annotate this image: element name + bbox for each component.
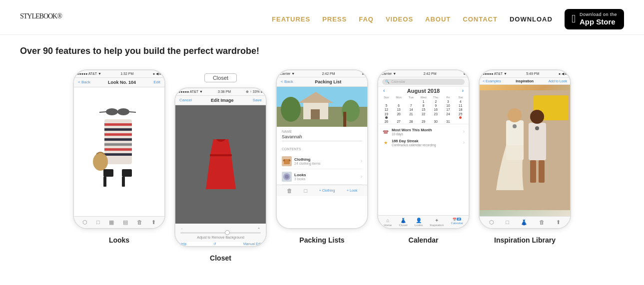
calendar-grid: Sun Mon Tue Wed Thu Fri Sat 1234 567 — [378, 96, 469, 124]
phone-screen-closet: ●●●●● AT&T ▼ 3:38 PM ⊕ ↑ 33% ■ Cancel Ed… — [175, 88, 266, 246]
stat2-chevron[interactable]: › — [463, 140, 465, 145]
toolbar-packing-2[interactable]: □ — [304, 188, 307, 194]
status-right-closet: ⊕ ↑ 33% ■ — [246, 90, 263, 94]
manual-edit-button[interactable]: Manual Edit — [243, 242, 262, 246]
toolbar-icon-3[interactable]: ▦ — [109, 219, 114, 226]
phone-looks: ●●●●● AT&T ▼ 1:32 PM ● ◀ ■ < Back Look N… — [73, 69, 165, 244]
red-dress-svg — [203, 137, 238, 192]
cal-search-placeholder[interactable]: Calendar — [391, 80, 405, 83]
title-packing: Packing List — [315, 79, 341, 84]
title-looks: Look No. 104 — [108, 80, 136, 85]
nav-faq[interactable]: FAQ — [359, 15, 374, 23]
status-time-insp: 5:49 PM — [526, 72, 539, 75]
save-closet[interactable]: Save — [253, 98, 262, 103]
svg-rect-7 — [104, 128, 132, 131]
status-bar-calendar: Carrier ▼ 2:42 PM ■ — [378, 70, 469, 77]
slider-thumb[interactable] — [225, 230, 230, 235]
slider-footer: Help ↺ Manual Edit — [175, 242, 266, 246]
svg-point-29 — [285, 175, 289, 179]
svg-line-2 — [99, 112, 106, 112]
inspiration-image — [480, 85, 570, 216]
app-store-button[interactable]:  Download on the App Store — [565, 9, 624, 29]
slider-plus[interactable]: + — [258, 227, 260, 230]
slider-label: Adjust to Remove Background — [180, 236, 261, 239]
back-looks[interactable]: < Back — [78, 80, 90, 84]
tab-calendar[interactable]: 📅 2 Calendar — [451, 218, 463, 227]
toolbar-insp-3[interactable]: 👗 — [521, 219, 528, 226]
contents-label: CONTENTS — [282, 147, 362, 153]
help-button[interactable]: Help — [179, 242, 186, 246]
clothing-icon — [282, 156, 292, 166]
logo-registered: ® — [57, 12, 62, 20]
svg-rect-11 — [104, 148, 132, 151]
phone-frame-inspiration: ●●●●● AT&T ▼ 5:49 PM ● ◀ ■ < Examples In… — [479, 69, 571, 229]
slider-minus[interactable]: - — [181, 227, 182, 230]
stat2-title: 166 Day Streak — [392, 139, 436, 143]
clothing-title: Clothing — [294, 157, 321, 162]
bottom-toolbar-inspiration: ⬡ □ 👗 🗑 ⬆ — [480, 216, 570, 228]
svg-rect-8 — [104, 133, 132, 136]
svg-rect-6 — [104, 123, 132, 126]
add-clothing-label: + Clothing — [319, 189, 335, 192]
toolbar-insp-1[interactable]: ⬡ — [489, 219, 494, 226]
contents-row-clothing[interactable]: Clothing 24 clothing items › — [282, 154, 362, 169]
stat1-sub: 10 days — [392, 132, 432, 136]
contents-row-looks[interactable]: Looks 3 looks › — [282, 169, 362, 185]
add-to-look-button[interactable]: Add to Look — [549, 79, 567, 83]
phone-label-packing: Packing Lists — [299, 236, 344, 244]
svg-line-3 — [129, 112, 136, 112]
star-stat-icon: ★ — [382, 139, 389, 146]
svg-point-13 — [93, 153, 108, 171]
svg-rect-17 — [122, 177, 125, 187]
toolbar-packing-1[interactable]: 🗑 — [287, 188, 292, 194]
main-nav: FEATURES PRESS FAQ VIDEOS ABOUT CONTACT … — [272, 9, 624, 29]
toolbar-icon-6[interactable]: ⬆ — [151, 219, 156, 226]
add-clothing-button[interactable]: + Clothing — [319, 188, 335, 194]
add-look-button[interactable]: + Look — [347, 188, 357, 194]
calendar-week-header: Sun Mon Tue Wed Thu Fri Sat — [380, 96, 467, 99]
nav-features[interactable]: FEATURES — [272, 15, 310, 23]
status-left-cal: Carrier ▼ — [381, 72, 396, 75]
name-value: Savannah — [282, 134, 362, 141]
phone-packing: Carrier ▼ 2:42 PM ■ < Back Packing List — [276, 69, 368, 244]
phone-screen-calendar: Carrier ▼ 2:42 PM ■ 🔍 Calendar ‹ August … — [378, 70, 469, 228]
nav-contact[interactable]: CONTACT — [463, 15, 498, 23]
svg-rect-9 — [104, 138, 132, 141]
add-look-label: + Look — [347, 189, 357, 192]
tab-inspiration[interactable]: ✦ Inspiration — [430, 218, 444, 227]
toolbar-icon-5[interactable]: 🗑 — [137, 219, 142, 225]
back-packing[interactable]: < Back — [281, 79, 293, 84]
nav-videos[interactable]: VIDEOS — [386, 15, 413, 23]
slider-track[interactable] — [180, 232, 261, 234]
clothing-sub: 24 clothing items — [294, 162, 321, 165]
toolbar-insp-5[interactable]: ⬆ — [556, 219, 561, 226]
looks-icon — [282, 172, 292, 182]
svg-rect-15 — [103, 177, 106, 187]
stat1-chevron[interactable]: › — [463, 129, 465, 134]
outfit-stat-icon — [382, 128, 389, 135]
svg-rect-10 — [104, 143, 132, 146]
svg-rect-39 — [530, 160, 536, 183]
closet-tab-label[interactable]: Closet — [204, 73, 237, 82]
home-tab-icon: ⌂ — [386, 218, 389, 223]
toolbar-icon-2[interactable]: □ — [96, 219, 100, 225]
toolbar-icon-1[interactable]: ⬡ — [82, 219, 87, 226]
prev-month-button[interactable]: ‹ — [383, 88, 385, 93]
toolbar-insp-2[interactable]: □ — [506, 219, 509, 225]
cancel-closet[interactable]: Cancel — [179, 98, 192, 103]
tab-home[interactable]: ⌂ Home — [384, 218, 392, 227]
nav-about[interactable]: ABOUT — [425, 15, 451, 23]
toolbar-icon-4[interactable]: ▤ — [123, 219, 128, 226]
status-left-closet: ●●●●● AT&T ▼ — [178, 90, 203, 93]
tab-closet[interactable]: 👗 Closet — [399, 218, 408, 227]
back-inspiration[interactable]: < Examples — [483, 79, 501, 83]
title-closet: Edit Image — [211, 98, 234, 103]
nav-download[interactable]: DOWNLOAD — [510, 15, 553, 23]
calendar-badge: 2 — [457, 218, 461, 221]
toolbar-insp-4[interactable]: 🗑 — [539, 219, 545, 225]
next-month-button[interactable]: › — [462, 88, 464, 93]
tab-looks[interactable]: 👤 Looks — [415, 218, 423, 227]
nav-press[interactable]: PRESS — [322, 15, 347, 23]
status-right-packing: ■ — [362, 72, 364, 75]
edit-looks[interactable]: Edit — [153, 80, 160, 84]
